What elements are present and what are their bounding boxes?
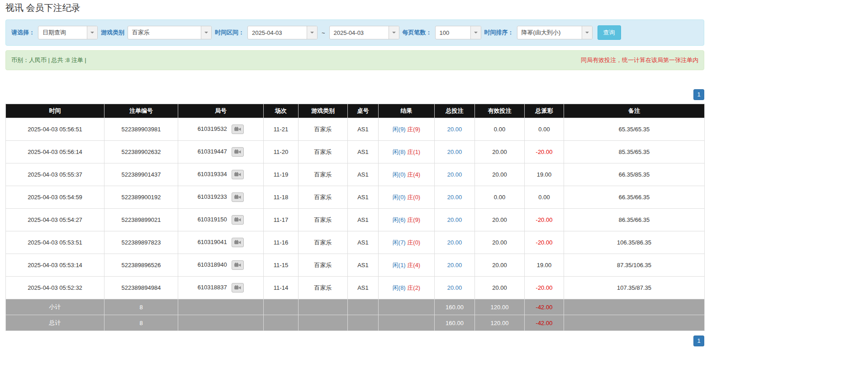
total-row: 总计 8 160.00 120.00 -42.00 xyxy=(6,315,705,331)
table-row: 2025-04-03 05:54:27 522389899021 6103191… xyxy=(6,209,705,231)
cell-total-bet[interactable]: 20.00 xyxy=(435,186,475,209)
cell-total-bet[interactable]: 20.00 xyxy=(435,277,475,299)
cell-payout: 19.00 xyxy=(525,163,564,186)
cell-session: 11-15 xyxy=(264,254,299,277)
cell-bet-id: 522389900192 xyxy=(104,186,178,209)
cell-total-bet[interactable]: 20.00 xyxy=(435,141,475,163)
page-size-label: 每页笔数： xyxy=(403,29,432,37)
page-size-select[interactable]: 100 xyxy=(435,26,481,39)
cell-result: 闲(0) 庄(4) xyxy=(379,163,435,186)
cell-round-id: 610319334 xyxy=(178,163,264,186)
cell-note: 66.35/85.35 xyxy=(564,163,705,186)
empty-cell xyxy=(178,299,264,315)
cell-total-bet[interactable]: 20.00 xyxy=(435,118,475,141)
video-replay-button[interactable] xyxy=(232,260,244,270)
cell-result: 闲(8) 庄(2) xyxy=(379,277,435,299)
cell-valid-bet: 20.00 xyxy=(475,277,525,299)
cell-round-id: 610319532 xyxy=(178,118,264,141)
video-replay-button[interactable] xyxy=(232,170,244,179)
cell-round-id: 610319233 xyxy=(178,186,264,209)
empty-cell xyxy=(379,299,435,315)
cell-total-bet[interactable]: 20.00 xyxy=(435,231,475,254)
result-banker: 庄(4) xyxy=(407,262,420,269)
cell-table-no: AS1 xyxy=(348,277,379,299)
page-button-1[interactable]: 1 xyxy=(693,336,704,346)
sort-select[interactable]: 降幂(由大到小) xyxy=(517,26,593,39)
column-header: 备注 xyxy=(564,104,705,118)
date-to-select[interactable]: 2025-04-03 xyxy=(329,26,399,39)
cell-time: 2025-04-03 05:53:14 xyxy=(6,254,104,277)
chevron-down-icon xyxy=(470,26,481,39)
page-size-value: 100 xyxy=(436,26,470,39)
cell-game-type: 百家乐 xyxy=(299,209,348,231)
cell-session: 11-14 xyxy=(264,277,299,299)
column-header: 有效投注 xyxy=(475,104,525,118)
cell-note: 66.35/66.35 xyxy=(564,186,705,209)
video-replay-button[interactable] xyxy=(232,192,244,202)
result-banker: 庄(9) xyxy=(407,126,420,133)
round-id-text: 610318940 xyxy=(198,261,227,268)
pagination-top: 1 xyxy=(5,89,704,100)
game-type-select[interactable]: 百家乐 xyxy=(128,26,212,39)
table-row: 2025-04-03 05:56:14 522389902632 6103194… xyxy=(6,141,705,163)
cell-time: 2025-04-03 05:56:51 xyxy=(6,118,104,141)
video-camera-icon xyxy=(234,217,241,222)
cell-total-bet[interactable]: 20.00 xyxy=(435,254,475,277)
total-payout: -42.00 xyxy=(525,315,564,331)
video-replay-button[interactable] xyxy=(232,125,244,134)
round-id-text: 610318837 xyxy=(198,284,227,291)
cell-payout: -20.00 xyxy=(525,231,564,254)
video-replay-button[interactable] xyxy=(232,238,244,247)
result-banker: 庄(1) xyxy=(407,149,420,155)
cell-time: 2025-04-03 05:54:27 xyxy=(6,209,104,231)
cell-table-no: AS1 xyxy=(348,163,379,186)
video-replay-button[interactable] xyxy=(232,283,244,292)
empty-cell xyxy=(348,299,379,315)
result-banker: 庄(9) xyxy=(407,216,420,223)
result-player: 闲(9) xyxy=(393,126,406,133)
query-type-select[interactable]: 日期查询 xyxy=(38,26,98,39)
cell-session: 11-18 xyxy=(264,186,299,209)
video-replay-button[interactable] xyxy=(232,147,244,157)
result-banker: 庄(0) xyxy=(407,194,420,201)
sort-label: 时间排序： xyxy=(484,29,514,37)
bet-records-table: 时间注单编号局号场次游戏类别桌号结果总投注有效投注总派彩备注 2025-04-0… xyxy=(5,104,705,331)
cell-session: 11-19 xyxy=(264,163,299,186)
filter-bar: 请选择： 日期查询 游戏类别 百家乐 时间区间： 2025-04-03 ~ 20… xyxy=(5,19,704,46)
pagination-bottom: 1 xyxy=(5,336,704,346)
cell-bet-id: 522389903981 xyxy=(104,118,178,141)
date-from-select[interactable]: 2025-04-03 xyxy=(247,26,318,39)
date-from-value: 2025-04-03 xyxy=(248,26,307,39)
cell-round-id: 610319447 xyxy=(178,141,264,163)
date-to-value: 2025-04-03 xyxy=(330,26,389,39)
cell-round-id: 610318940 xyxy=(178,254,264,277)
game-type-value: 百家乐 xyxy=(128,26,201,39)
cell-total-bet[interactable]: 20.00 xyxy=(435,163,475,186)
result-player: 闲(0) xyxy=(393,171,406,178)
summary-notice: 同局有效投注，统一计算在该局第一张注单内 xyxy=(581,56,698,64)
column-header: 结果 xyxy=(379,104,435,118)
search-button[interactable]: 查询 xyxy=(598,25,621,40)
result-player: 闲(6) xyxy=(393,216,406,223)
empty-cell xyxy=(379,315,435,331)
cell-bet-id: 522389896526 xyxy=(104,254,178,277)
chevron-down-icon xyxy=(389,26,399,39)
empty-cell xyxy=(264,315,299,331)
total-valid-bet: 120.00 xyxy=(475,315,525,331)
column-header: 总派彩 xyxy=(525,104,564,118)
video-replay-button[interactable] xyxy=(232,215,244,225)
cell-time: 2025-04-03 05:54:59 xyxy=(6,186,104,209)
subtotal-count: 8 xyxy=(104,299,178,315)
cell-valid-bet: 20.00 xyxy=(475,163,525,186)
cell-round-id: 610319041 xyxy=(178,231,264,254)
video-camera-icon xyxy=(234,263,241,268)
round-id-text: 610319150 xyxy=(198,216,227,223)
subtotal-total-bet: 160.00 xyxy=(435,299,475,315)
page-button-1[interactable]: 1 xyxy=(693,89,704,100)
chevron-down-icon xyxy=(307,26,317,39)
cell-note: 65.35/65.35 xyxy=(564,118,705,141)
column-header: 局号 xyxy=(178,104,264,118)
cell-total-bet[interactable]: 20.00 xyxy=(435,209,475,231)
cell-payout: -20.00 xyxy=(525,141,564,163)
cell-valid-bet: 20.00 xyxy=(475,141,525,163)
